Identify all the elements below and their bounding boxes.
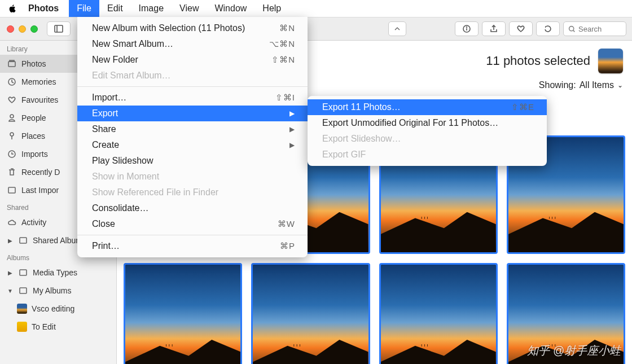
svg-point-4 (467, 27, 467, 28)
photo-thumbnail[interactable]: ııı (379, 263, 498, 364)
menubar-file[interactable]: File (69, 0, 99, 17)
svg-rect-0 (55, 25, 63, 32)
export-submenu: Export 11 Photos…⇧⌘EExport Unmodified Or… (308, 96, 547, 166)
svg-rect-7 (8, 62, 15, 67)
menu-item-label: Consolidate… (92, 203, 149, 213)
sidebar-item-vsco[interactable]: Vsco editing (0, 300, 116, 318)
search-field[interactable] (563, 21, 626, 36)
favourite-button[interactable] (509, 21, 533, 36)
menu-item-label: New Smart Album… (92, 39, 173, 49)
svg-rect-16 (20, 270, 27, 275)
menu-shortcut: ⌘W (278, 219, 295, 229)
sidebar-item-my-albums[interactable]: ▼My Albums (0, 282, 116, 300)
sidebar-item-to-edit[interactable]: To Edit (0, 318, 116, 336)
menu-item-share[interactable]: Share▶ (77, 121, 308, 137)
chevron-down-icon: ⌄ (617, 81, 623, 89)
menu-shortcut: ⌘N (279, 23, 295, 33)
search-input[interactable] (578, 25, 618, 33)
menu-shortcut: ⇧⌘I (275, 93, 295, 103)
album-icon (18, 235, 28, 245)
menu-item-label: New Album with Selection (11 Photos) (92, 23, 245, 33)
submenu-arrow-icon: ▶ (289, 141, 295, 149)
sidebar-label: Favourites (21, 95, 58, 104)
menubar-image[interactable]: Image (131, 0, 172, 17)
menu-item-label: Close (92, 219, 115, 229)
photo-thumbnail[interactable]: ııı (124, 263, 242, 364)
selection-count: 11 photos selected (486, 54, 590, 68)
sidebar-label: People (21, 113, 46, 122)
share-button[interactable] (482, 21, 506, 36)
disclosure-icon[interactable]: ▼ (7, 288, 14, 294)
menu-item-edit-smart-album: Edit Smart Album… (77, 68, 308, 84)
menu-item-label: Print… (92, 241, 120, 251)
svg-point-10 (10, 115, 14, 118)
menu-item-label: Export (92, 108, 118, 119)
minimize-window-button[interactable] (19, 25, 26, 33)
sidebar-label: Last Impor (21, 186, 59, 195)
menu-item-export[interactable]: Export▶ (77, 106, 308, 121)
svg-line-6 (573, 30, 574, 31)
menu-item-label: Import… (92, 93, 126, 103)
menubar-window[interactable]: Window (207, 0, 254, 17)
menu-item-create[interactable]: Create▶ (77, 137, 308, 153)
photo-thumbnail[interactable]: ııı (251, 263, 370, 364)
menu-shortcut: ⇧⌘E (511, 102, 534, 112)
menu-item-show-referenced-file-in-finder: Show Referenced File in Finder (77, 185, 308, 200)
close-window-button[interactable] (7, 25, 14, 33)
menu-item-play-slideshow[interactable]: Play Slideshow (77, 153, 308, 169)
sidebar-toggle-button[interactable] (47, 21, 71, 36)
menu-item-print[interactable]: Print…⌘P (77, 238, 308, 254)
menu-item-label: Show in Moment (92, 172, 159, 182)
menubar-help[interactable]: Help (254, 0, 289, 17)
menu-item-label: Show Referenced File in Finder (92, 187, 218, 198)
submenu-item-export-gif: Export GIF (308, 147, 547, 163)
sidebar-item-media-types[interactable]: ▶Media Types (0, 264, 116, 282)
menu-shortcut: ⌘P (280, 241, 295, 251)
submenu-item-export-11-photos[interactable]: Export 11 Photos…⇧⌘E (308, 99, 547, 115)
showing-value: All Items (580, 80, 614, 90)
selection-key-photo[interactable] (598, 49, 623, 73)
system-menubar: Photos File Edit Image View Window Help (0, 0, 632, 17)
sidebar-label: Vsco editing (32, 304, 74, 313)
apple-menu-icon[interactable] (8, 4, 18, 13)
menu-item-new-folder[interactable]: New Folder⇧⌘N (77, 52, 308, 68)
menubar-edit[interactable]: Edit (99, 0, 131, 17)
showing-label: Showing: (539, 80, 576, 90)
menu-item-label: Create (92, 140, 119, 150)
menu-shortcut: ⇧⌘N (271, 55, 295, 65)
sidebar-label: Photos (21, 59, 46, 68)
zoom-control[interactable] (388, 21, 406, 36)
sidebar-label: Activity (21, 218, 46, 227)
maximize-window-button[interactable] (30, 25, 38, 33)
clock-icon (7, 149, 17, 159)
sidebar-label: Recently D (21, 168, 60, 177)
app-name[interactable]: Photos (28, 3, 59, 14)
menu-item-close[interactable]: Close⌘W (77, 216, 308, 232)
menu-item-new-album-with-selection-11-photos[interactable]: New Album with Selection (11 Photos)⌘N (77, 20, 308, 36)
album-icon (18, 286, 28, 296)
menu-item-show-in-moment: Show in Moment (77, 169, 308, 185)
sidebar-label: My Albums (33, 286, 71, 295)
disclosure-icon[interactable]: ▶ (7, 238, 14, 244)
submenu-arrow-icon: ▶ (289, 125, 295, 133)
info-button[interactable] (455, 21, 479, 36)
content-header: 11 photos selected Showing: All Items ⌄ (477, 41, 632, 98)
pin-icon (7, 131, 17, 141)
menu-item-label: Share (92, 124, 116, 134)
menu-item-label: Edit Smart Album… (92, 71, 171, 81)
disclosure-icon[interactable]: ▶ (7, 270, 14, 276)
menu-item-consolidate[interactable]: Consolidate… (77, 200, 308, 216)
menubar-view[interactable]: View (172, 0, 207, 17)
window-controls (7, 25, 38, 33)
sidebar-label: Media Types (33, 268, 77, 277)
menu-item-import[interactable]: Import…⇧⌘I (77, 90, 308, 106)
showing-filter[interactable]: Showing: All Items ⌄ (539, 80, 623, 90)
rotate-button[interactable] (536, 21, 560, 36)
people-icon (7, 113, 17, 123)
menu-item-label: Export 11 Photos… (322, 102, 401, 112)
sidebar-label: To Edit (32, 322, 56, 331)
menu-item-label: Play Slideshow (92, 156, 153, 166)
sidebar-label: Memories (21, 77, 56, 86)
submenu-item-export-unmodified-original-for-11-photos[interactable]: Export Unmodified Original For 11 Photos… (308, 115, 547, 131)
menu-item-new-smart-album[interactable]: New Smart Album…⌥⌘N (77, 36, 308, 52)
